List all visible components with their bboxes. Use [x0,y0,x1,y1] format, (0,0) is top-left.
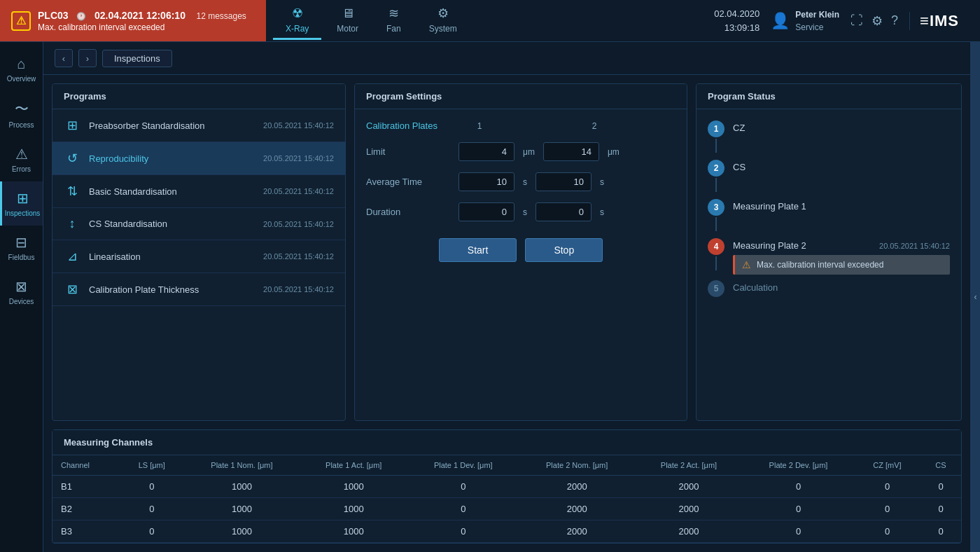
table-body: B1 0 1000 1000 0 2000 2000 0 0 0 B [52,476,961,543]
tab-system-label: System [429,24,457,34]
step-3-connector [715,217,717,231]
limit-values: μm μm [458,142,620,161]
xray-icon: ☢ [292,6,303,21]
status-step-2: 2 CS [708,160,950,193]
stop-button[interactable]: Stop [525,238,603,262]
datetime-display: 02.04.2020 13:09:18 [714,7,760,34]
devices-icon: ⊠ [15,278,27,295]
settings-icon[interactable]: ⚙ [872,13,883,29]
settings-panel: Program Settings Calibration Plates 1 2 … [354,83,687,421]
inspections-icon: ⊞ [17,190,29,207]
tab-motor[interactable]: 🖥 Motor [324,2,371,40]
step-5-circle: 5 [708,280,724,297]
cell-b2-p2nom: 2000 [519,498,635,520]
cell-b3-p1dev: 0 [407,520,519,543]
errors-icon: ⚠ [15,146,28,163]
col-cs: CS [920,455,961,476]
preabsorber-icon: ⊞ [64,118,80,133]
expand-icon[interactable]: ⛶ [850,13,863,28]
step-3-info: Measuring Plate 1 [733,199,950,212]
program-item-basic[interactable]: ⇅ Basic Standardisation 20.05.2021 15:40… [52,175,345,208]
collapse-right-button[interactable]: ‹ [970,42,980,552]
step-3-line: 3 [708,199,724,233]
step-4-header: Measuring Plate 2 20.05.2021 15:40:12 [733,240,950,251]
top-bar: ⚠ PLC03 🕐 02.04.2021 12:06:10 12 message… [0,0,980,42]
step-4-line: 4 [708,238,724,272]
tab-fan[interactable]: ≋ Fan [374,1,414,40]
tab-system[interactable]: ⚙ System [416,1,470,40]
programs-panel: Programs ⊞ Preabsorber Standardisation 2… [52,83,346,421]
program-item-cs[interactable]: ↕ CS Standardisation 20.05.2021 15:40:12 [52,208,345,240]
program-name-basic: Basic Standardisation [89,186,255,197]
sidebar-item-inspections[interactable]: ⊞ Inspections [0,181,43,226]
settings-actions: Start Stop [366,238,676,262]
col-p1act: Plate 1 Act. [μm] [300,455,407,476]
duration-unit-1: s [523,207,527,217]
program-name-reproducibility: Reproducibility [89,153,255,164]
sidebar-item-devices[interactable]: ⊠ Devices [0,270,43,314]
cal-col2: 2 [573,121,615,131]
sidebar-item-overview[interactable]: ⌂ Overview [0,48,43,91]
linearisation-icon: ⊿ [64,249,80,264]
limit-field-1[interactable] [458,142,514,161]
table-header: Measuring Channels [52,430,961,455]
sidebar-item-process[interactable]: 〜 Process [0,91,43,137]
avg-unit-2: s [600,177,604,187]
step-1-circle: 1 [708,120,724,137]
logo: ≡IMS [909,12,969,30]
program-item-reproducibility[interactable]: ↺ Reproducibility 20.05.2021 15:40:12 [52,142,345,175]
top-actions: ⛶ ⚙ ? [850,13,898,29]
sidebar-item-fieldbus[interactable]: ⊟ Fieldbus [0,226,43,270]
cell-b1-p2act: 2000 [635,476,743,498]
step-4-warning: ⚠ Max. calibration interval exceeded [733,255,950,275]
step-1-info: CZ [733,120,950,133]
sidebar-label-devices: Devices [9,298,34,305]
step-3-header: Measuring Plate 1 [733,201,950,212]
alert-messages: 12 messages [196,11,246,21]
cell-b3-p2nom: 2000 [519,520,635,543]
tab-xray[interactable]: ☢ X-Ray [273,1,321,40]
warning-icon: ⚠ [742,259,751,270]
breadcrumb-bar: ‹ › Inspections [43,42,970,75]
cs-icon: ↕ [64,216,80,231]
program-date-reproducibility: 20.05.2021 15:40:12 [263,154,334,163]
step-2-info: CS [733,160,950,172]
cal-col1: 1 [458,121,500,131]
step-5-header: Calculation [733,282,950,293]
process-icon: 〜 [15,99,29,118]
program-status-header: Program Status [696,84,961,109]
program-item-preabsorber[interactable]: ⊞ Preabsorber Standardisation 20.05.2021… [52,109,345,142]
cell-b1-p2dev: 0 [743,476,854,498]
avg-time-label: Average Time [366,177,450,187]
duration-field-1[interactable] [458,202,514,221]
settings-header: Program Settings [355,84,687,109]
limit-label: Limit [366,146,450,157]
breadcrumb-forward-button[interactable]: › [78,49,97,67]
duration-field-2[interactable] [536,202,592,221]
calibration-plates-row: Calibration Plates 1 2 [366,120,676,131]
help-icon[interactable]: ? [891,13,898,28]
time-display: 13:09:18 [714,21,760,35]
avg-time-field-2[interactable] [536,172,592,191]
cell-b3-p2act: 2000 [635,520,743,543]
step-1-header: CZ [733,123,950,133]
cell-b2-p2act: 2000 [635,498,743,520]
sidebar-label-overview: Overview [7,75,36,83]
avg-time-field-1[interactable] [458,172,514,191]
start-button[interactable]: Start [439,238,517,262]
status-step-1: 1 CZ [708,120,950,154]
step-2-name: CS [733,162,746,172]
limit-field-2[interactable] [543,142,599,161]
content-area: ‹ › Inspections Programs ⊞ Preabsorber S… [43,42,970,552]
cell-b3-ls: 0 [120,520,184,543]
alert-code: PLC03 [38,10,69,21]
tab-fan-label: Fan [386,24,401,34]
avg-time-row: Average Time s s [366,172,676,191]
sidebar-item-errors[interactable]: ⚠ Errors [0,137,43,181]
breadcrumb-back-button[interactable]: ‹ [55,49,73,67]
avg-unit-1: s [523,177,527,187]
program-item-linearisation[interactable]: ⊿ Linearisation 20.05.2021 15:40:12 [52,240,345,273]
alert-banner: ⚠ PLC03 🕐 02.04.2021 12:06:10 12 message… [0,0,266,41]
status-step-4: 4 Measuring Plate 2 20.05.2021 15:40:12 … [708,238,950,275]
program-item-calibration[interactable]: ⊠ Calibration Plate Thickness 20.05.2021… [52,273,345,306]
